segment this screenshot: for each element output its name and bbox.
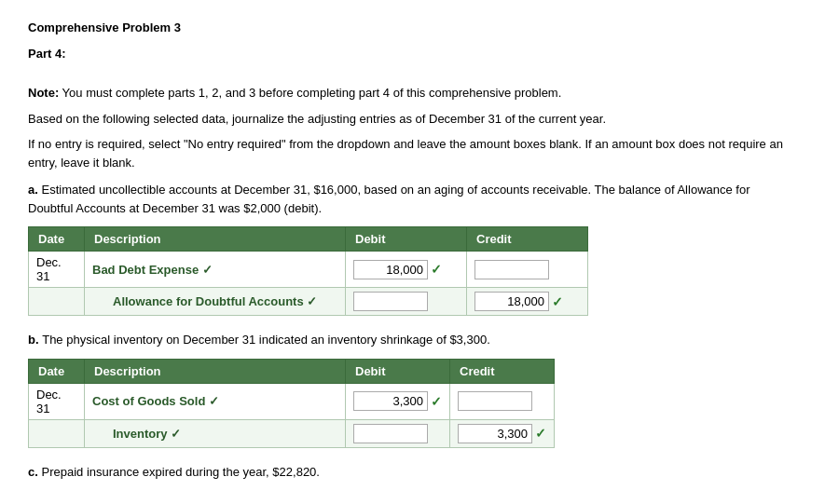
subtitle-text: Part 4: [28, 47, 65, 61]
debit-input-b1[interactable] [353, 391, 428, 411]
desc-cell-a2: Allowance for Doubtful Accounts [85, 288, 346, 316]
credit-check-b2: ✓ [535, 426, 546, 441]
credit-input-a1[interactable] [474, 260, 549, 279]
debit-field-wrapper-b1: ✓ [353, 391, 442, 411]
th-date-a: Date [29, 227, 85, 252]
desc-cell-b1: Cost of Goods Sold [85, 383, 346, 419]
credit-input-b1[interactable] [458, 391, 532, 411]
date-cell-a2 [29, 288, 85, 316]
date-cell-b2 [29, 419, 85, 447]
inventory-link[interactable]: Inventory [113, 427, 181, 441]
part-b-description: The physical inventory on December 31 in… [42, 333, 490, 347]
debit-cell-a2 [346, 288, 467, 316]
debit-input-a2[interactable] [353, 292, 428, 311]
debit-input-a1[interactable] [353, 260, 428, 279]
credit-cell-a1 [467, 252, 588, 288]
debit-cell-b2 [346, 419, 450, 447]
debit-field-wrapper-a2 [353, 292, 459, 311]
journal-table-a: Date Description Debit Credit Dec. 31 Ba… [28, 226, 588, 316]
instruction-text-1: Based on the following selected data, jo… [28, 112, 606, 126]
th-desc-a: Description [85, 227, 346, 252]
date-cell-b1: Dec. 31 [29, 383, 85, 419]
debit-cell-b1: ✓ [346, 383, 450, 419]
credit-input-a2[interactable] [474, 292, 549, 311]
table-row: Dec. 31 Bad Debt Expense ✓ [29, 252, 588, 288]
credit-field-wrapper-b1 [458, 391, 546, 411]
cost-of-goods-link[interactable]: Cost of Goods Sold [92, 394, 219, 408]
debit-cell-a1: ✓ [346, 252, 467, 288]
allowance-doubtful-link[interactable]: Allowance for Doubtful Accounts [113, 294, 317, 308]
note-label: Note: [28, 86, 59, 100]
table-row: Inventory ✓ [29, 419, 555, 447]
th-debit-a: Debit [346, 227, 467, 252]
part-c-description: Prepaid insurance expired during the yea… [41, 465, 319, 479]
note-paragraph: Note: You must complete parts 1, 2, and … [28, 84, 797, 102]
part-a-text: a. Estimated uncollectible accounts at D… [28, 181, 797, 217]
debit-check-a1: ✓ [431, 262, 442, 277]
part-a-description: Estimated uncollectible accounts at Dece… [28, 183, 750, 215]
main-container: Comprehensive Problem 3 Part 4: Note: Yo… [28, 19, 797, 481]
problem-title: Comprehensive Problem 3 [28, 19, 797, 37]
th-credit-b: Credit [450, 359, 555, 383]
debit-input-b2[interactable] [353, 424, 428, 443]
credit-field-wrapper-a2: ✓ [474, 292, 580, 311]
credit-field-wrapper-b2: ✓ [458, 424, 546, 443]
part-b-label: b. [28, 333, 39, 347]
th-date-b: Date [29, 359, 85, 383]
credit-field-wrapper-a1 [474, 260, 580, 279]
bad-debt-expense-link[interactable]: Bad Debt Expense [92, 263, 213, 277]
desc-cell-a1: Bad Debt Expense [85, 252, 346, 288]
credit-cell-b1 [450, 383, 555, 419]
instruction-line2: If no entry is required, select "No entr… [28, 135, 797, 171]
part-c-label: c. [28, 465, 38, 479]
instruction-text-2: If no entry is required, select "No entr… [28, 137, 783, 170]
instruction-line1: Based on the following selected data, jo… [28, 110, 797, 129]
debit-check-b1: ✓ [431, 394, 442, 409]
debit-field-wrapper-a1: ✓ [353, 260, 459, 279]
table-row: Dec. 31 Cost of Goods Sold ✓ [29, 383, 555, 419]
credit-check-a2: ✓ [552, 294, 563, 309]
credit-cell-a2: ✓ [467, 288, 588, 316]
th-desc-b: Description [85, 359, 346, 383]
part-c-text: c. Prepaid insurance expired during the … [28, 463, 797, 482]
part-a-label: a. [28, 183, 38, 197]
part-subtitle: Part 4: [28, 45, 797, 63]
debit-field-wrapper-b2 [353, 424, 442, 443]
desc-cell-b2: Inventory [85, 419, 346, 447]
th-credit-a: Credit [467, 227, 588, 252]
title-text: Comprehensive Problem 3 [28, 20, 181, 34]
part-b-text: b. The physical inventory on December 31… [28, 331, 797, 349]
journal-table-b: Date Description Debit Credit Dec. 31 Co… [28, 359, 555, 448]
credit-input-b2[interactable] [458, 424, 532, 443]
note-text: You must complete parts 1, 2, and 3 befo… [62, 86, 562, 100]
credit-cell-b2: ✓ [450, 419, 555, 447]
table-row: Allowance for Doubtful Accounts ✓ [29, 288, 588, 316]
th-debit-b: Debit [346, 359, 450, 383]
date-cell-a1: Dec. 31 [29, 252, 85, 288]
